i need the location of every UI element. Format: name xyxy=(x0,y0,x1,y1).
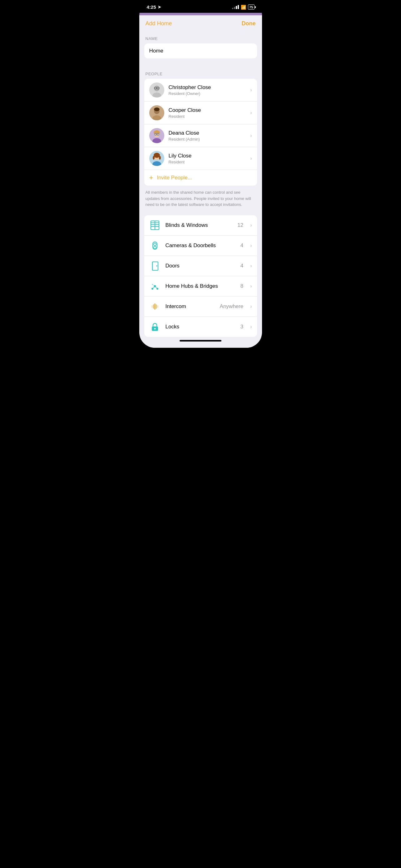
avatar-img-lily xyxy=(149,151,164,166)
accessories-card: Blinds & Windows 12 › Cameras & Doorbell… xyxy=(144,215,257,337)
main-content: Add Home Done NAME PEOPLE xyxy=(139,15,262,348)
doors-count: 4 xyxy=(240,263,243,269)
accessory-row-cameras[interactable]: Cameras & Doorbells 4 › xyxy=(144,236,257,256)
locks-count: 3 xyxy=(240,324,243,330)
avatar-img-deana xyxy=(149,128,164,143)
intercom-label: Intercom xyxy=(166,303,215,310)
accessory-row-blinds[interactable]: Blinds & Windows 12 › xyxy=(144,215,257,236)
accessory-row-hubs[interactable]: Home Hubs & Bridges 8 › xyxy=(144,276,257,297)
person-name-deana: Deana Close xyxy=(169,130,246,136)
accessory-row-intercom[interactable]: Intercom Anywhere › xyxy=(144,297,257,317)
svg-point-32 xyxy=(154,246,156,249)
svg-point-22 xyxy=(154,153,160,158)
svg-rect-46 xyxy=(152,305,153,308)
svg-point-1 xyxy=(154,86,160,91)
person-name-lily: Lily Close xyxy=(169,153,246,159)
accessory-row-doors[interactable]: Doors 4 › xyxy=(144,256,257,276)
svg-rect-45 xyxy=(156,304,157,309)
people-section-label: PEOPLE xyxy=(139,66,262,79)
svg-rect-44 xyxy=(153,304,154,309)
done-button[interactable]: Done xyxy=(242,20,256,27)
nav-header: Add Home Done xyxy=(139,15,262,31)
invite-plus-icon: + xyxy=(149,174,153,181)
blinds-label: Blinds & Windows xyxy=(166,222,233,228)
accessory-row-locks[interactable]: Locks 3 › xyxy=(144,317,257,337)
person-row-deana[interactable]: Deana Close Resident (Admin) › xyxy=(144,124,257,147)
person-info-christopher: Christopher Close Resident (Owner) xyxy=(169,84,246,96)
location-icon: ➤ xyxy=(158,5,161,9)
svg-rect-43 xyxy=(154,303,155,310)
avatar-img-christopher xyxy=(149,83,164,97)
signal-icon xyxy=(232,5,239,9)
avatar-img-cooper xyxy=(149,105,164,120)
person-info-deana: Deana Close Resident (Admin) xyxy=(169,130,246,142)
person-name-cooper: Cooper Close xyxy=(169,107,246,114)
add-home-button[interactable]: Add Home xyxy=(145,20,172,27)
home-name-input[interactable] xyxy=(144,43,257,58)
chevron-doors: › xyxy=(250,263,252,269)
chevron-cameras: › xyxy=(250,243,252,248)
home-indicator xyxy=(139,337,262,348)
svg-line-40 xyxy=(153,286,155,289)
invite-people-row[interactable]: + Invite People... xyxy=(144,170,257,186)
status-time: 4:25 ➤ xyxy=(147,4,161,10)
person-row-lily[interactable]: Lily Close Resident › xyxy=(144,147,257,170)
people-card: Christopher Close Resident (Owner) › xyxy=(144,79,257,186)
svg-point-11 xyxy=(154,107,160,111)
person-role-deana: Resident (Admin) xyxy=(169,137,246,142)
person-row-cooper[interactable]: Cooper Close Resident › xyxy=(144,101,257,124)
home-bar xyxy=(179,340,222,342)
invite-people-label: Invite People... xyxy=(157,175,192,181)
status-indicators: 📶 75 xyxy=(232,4,254,10)
chevron-intercom: › xyxy=(250,304,252,309)
name-card xyxy=(144,43,257,58)
person-info-cooper: Cooper Close Resident xyxy=(169,107,246,119)
cameras-count: 4 xyxy=(240,243,243,249)
blinds-count: 12 xyxy=(237,222,243,228)
battery-icon: 75 xyxy=(248,4,254,10)
avatar-deana xyxy=(149,128,164,143)
svg-point-31 xyxy=(154,243,156,246)
avatar-cooper xyxy=(149,105,164,120)
svg-point-24 xyxy=(159,156,161,160)
status-bar: 4:25 ➤ 📶 75 xyxy=(139,0,262,13)
avatar-lily xyxy=(149,151,164,166)
intercom-value: Anywhere xyxy=(220,303,244,310)
chevron-hubs: › xyxy=(250,283,252,289)
blinds-icon xyxy=(149,220,161,231)
svg-rect-47 xyxy=(157,305,158,308)
purple-bar xyxy=(139,13,262,15)
person-name-christopher: Christopher Close xyxy=(169,84,246,91)
chevron-lily: › xyxy=(250,156,252,161)
person-role-cooper: Resident xyxy=(169,114,246,119)
locks-label: Locks xyxy=(166,324,235,330)
cameras-icon xyxy=(149,240,161,251)
person-role-lily: Resident xyxy=(169,160,246,164)
chevron-cooper: › xyxy=(250,110,252,116)
chevron-blinds: › xyxy=(250,222,252,228)
wifi-icon: 📶 xyxy=(241,5,246,10)
chevron-deana: › xyxy=(250,133,252,138)
svg-line-41 xyxy=(155,286,157,289)
hubs-icon xyxy=(149,281,161,292)
people-info-text: All members in the shared home can contr… xyxy=(139,186,262,215)
svg-point-23 xyxy=(153,156,155,160)
svg-point-35 xyxy=(156,265,157,267)
cameras-label: Cameras & Doorbells xyxy=(166,243,235,249)
person-row-christopher[interactable]: Christopher Close Resident (Owner) › xyxy=(144,79,257,101)
hubs-label: Home Hubs & Bridges xyxy=(166,283,235,289)
doors-label: Doors xyxy=(166,263,235,269)
doors-icon xyxy=(149,260,161,272)
avatar-christopher xyxy=(149,83,164,97)
chevron-locks: › xyxy=(250,324,252,330)
hubs-count: 8 xyxy=(240,283,243,289)
svg-point-49 xyxy=(154,328,156,329)
intercom-icon xyxy=(149,301,161,312)
locks-icon xyxy=(149,321,161,333)
person-role-christopher: Resident (Owner) xyxy=(169,91,246,96)
name-section-label: NAME xyxy=(139,31,262,43)
person-info-lily: Lily Close Resident xyxy=(169,153,246,164)
chevron-christopher: › xyxy=(250,87,252,93)
